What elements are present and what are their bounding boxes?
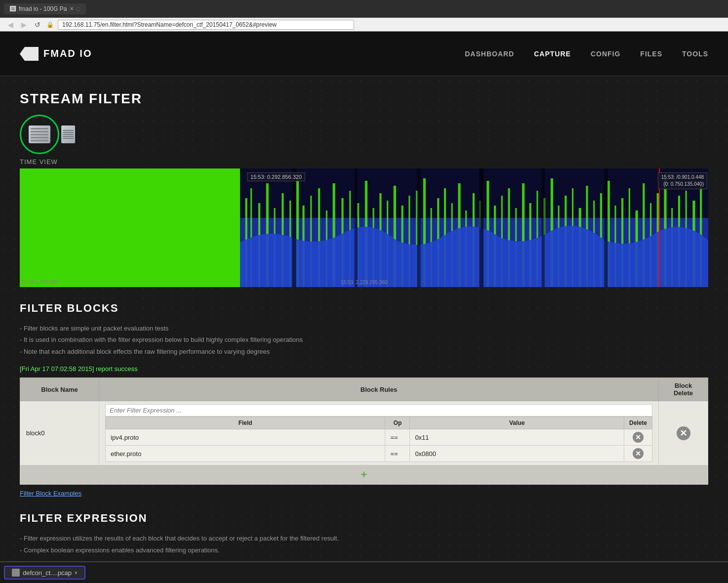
device-chip-icon (29, 125, 50, 143)
logo-area: FMAD IO (20, 47, 92, 61)
inner-rules-table: Field Op Value Delete ipv4.proto == (105, 416, 652, 462)
inner-col-field: Field (106, 417, 385, 429)
app-header: FMAD IO DASHBOARD CAPTURE CONFIG FILES T… (0, 32, 728, 76)
nav-dashboard[interactable]: DASHBOARD (465, 50, 514, 58)
svg-rect-68 (417, 168, 420, 287)
table-row: block0 Field Op Value Delete (20, 401, 708, 465)
nav-capture[interactable]: CAPTURE (534, 50, 571, 58)
inner-col-value: Value (410, 417, 624, 429)
time-view-label: TIME VIEW (20, 158, 708, 166)
tab-close-icon[interactable]: ✕ (70, 6, 74, 11)
chart-container[interactable]: 15:53: 0.292.856.320 15:53: /0.901.0.448… (20, 168, 708, 287)
device-area (20, 115, 708, 154)
device-circle (20, 115, 59, 154)
svg-rect-66 (292, 168, 296, 287)
block-delete-cell: ✕ (659, 401, 708, 465)
filter-expression-section: FILTER EXPRESSION - Filter expression ut… (20, 512, 708, 556)
inner-col-delete: Delete (624, 417, 652, 429)
delete-rule-2-button[interactable]: ✕ (633, 448, 644, 459)
chart-green-section (20, 168, 240, 287)
rule-row-1: ipv4.proto == 0x11 ✕ (106, 429, 652, 446)
chart-label-bottom-center: 15:53: 2.229.295.360 (341, 280, 388, 285)
nav-tools[interactable]: TOOLS (682, 50, 708, 58)
refresh-button[interactable]: ↺ (33, 20, 42, 30)
file-icon (12, 569, 20, 577)
rule-field-1: ipv4.proto (106, 429, 385, 446)
rule-op-2: == (385, 446, 410, 462)
add-block-row: + (20, 465, 708, 485)
svg-rect-67 (355, 168, 358, 287)
rule-value-2: 0x0800 (410, 446, 624, 462)
address-input[interactable] (58, 20, 354, 30)
taskbar-dropdown-icon[interactable]: ▾ (75, 570, 78, 576)
chart-tooltip-right: 15:53: /0.901.0.448 (0: 0.750.135.040) (658, 172, 707, 189)
waveform-svg (240, 168, 708, 287)
rule-value-1: 0x11 (410, 429, 624, 446)
nav-files[interactable]: FILES (640, 50, 662, 58)
chart-label-bottom-left: 55:09:0.795.488 (22, 280, 57, 285)
taskbar: defcon_ct....pcap ▾ (0, 561, 728, 583)
svg-rect-69 (480, 168, 484, 287)
report-status: [Fri Apr 17 07:02:58 2015] report succes… (20, 365, 708, 373)
taskbar-item-label: defcon_ct....pcap (23, 569, 72, 577)
tab-new-icon[interactable]: □ (77, 6, 80, 12)
add-block-button[interactable]: + (361, 468, 367, 481)
nav-config[interactable]: CONFIG (591, 50, 620, 58)
tab-favicon: 🅽 (10, 5, 16, 12)
logo-text: FMAD IO (43, 48, 92, 59)
block-rules-cell: Field Op Value Delete ipv4.proto == (99, 401, 659, 465)
svg-rect-71 (604, 168, 607, 287)
filter-blocks-desc: - Filter blocks are simple unit packet e… (20, 323, 708, 357)
svg-rect-70 (542, 168, 545, 287)
col-block-rules: Block Rules (99, 378, 659, 401)
chart-waveform-section (240, 168, 708, 287)
back-button[interactable]: ◀ (6, 20, 15, 30)
filter-blocks-section: FILTER BLOCKS - Filter blocks are simple… (20, 302, 708, 497)
filter-expression-title: FILTER EXPRESSION (20, 512, 708, 525)
delete-rule-1-button[interactable]: ✕ (633, 432, 644, 443)
block-name-cell: block0 (20, 401, 99, 465)
rule-row-2: ether.proto == 0x0800 ✕ (106, 446, 652, 462)
forward-button[interactable]: ▶ (19, 20, 29, 30)
inner-col-op: Op (385, 417, 410, 429)
stream-filter-title: STREAM FILTER (20, 91, 708, 107)
logo-icon (20, 47, 39, 61)
block-name: block0 (26, 429, 45, 437)
add-block-cell[interactable]: + (20, 465, 708, 485)
nav-menu: DASHBOARD CAPTURE CONFIG FILES TOOLS (465, 50, 708, 58)
browser-chrome: 🅽 fmad io - 100G Pa ✕ □ (0, 0, 728, 18)
rule-delete-cell-2: ✕ (624, 446, 652, 462)
chart-tooltip-left: 15:53: 0.292.856.320 (247, 172, 305, 181)
address-bar: ◀ ▶ ↺ 🔒 (0, 18, 728, 32)
lock-icon: 🔒 (46, 21, 54, 28)
filter-block-examples-link[interactable]: Filter Block Examples (20, 490, 708, 497)
browser-tab[interactable]: 🅽 fmad io - 100G Pa ✕ □ (4, 3, 86, 14)
rule-delete-cell-1: ✕ (624, 429, 652, 446)
taskbar-item[interactable]: defcon_ct....pcap ▾ (4, 566, 85, 580)
rule-op-1: == (385, 429, 410, 446)
main-content: STREAM FILTER (0, 76, 728, 583)
filter-expression-input[interactable] (105, 404, 652, 416)
col-block-delete: Block Delete (659, 378, 708, 401)
rule-field-2: ether.proto (106, 446, 385, 462)
small-device-icon (61, 125, 75, 143)
col-block-name: Block Name (20, 378, 99, 401)
svg-marker-0 (20, 47, 39, 61)
filter-blocks-title: FILTER BLOCKS (20, 302, 708, 315)
tab-title: fmad io - 100G Pa (19, 5, 67, 12)
delete-block-button[interactable]: ✕ (677, 426, 690, 440)
filter-expression-desc: - Filter expression utilizes the results… (20, 533, 708, 556)
filter-blocks-table: Block Name Block Rules Block Delete bloc… (20, 377, 708, 485)
